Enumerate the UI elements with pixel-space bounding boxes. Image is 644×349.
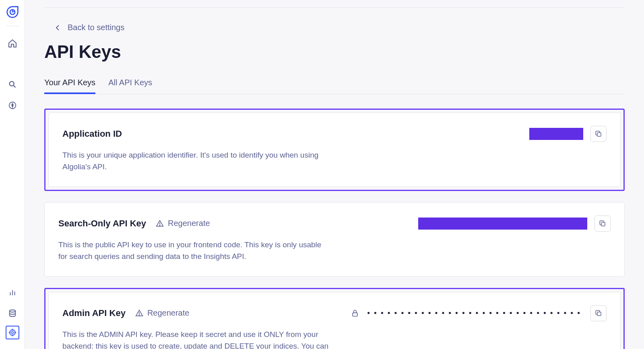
regenerate-search-key[interactable]: Regenerate <box>156 219 210 228</box>
search-key-title: Search-Only API Key <box>58 218 146 229</box>
lock-icon <box>351 309 359 317</box>
tabs: Your API Keys All API Keys <box>44 74 625 94</box>
svg-rect-16 <box>597 312 601 316</box>
svg-point-7 <box>9 310 15 312</box>
card-application-id-highlight: Application ID This is <box>44 109 625 191</box>
card-search-key: Search-Only API Key Regenerate <box>44 202 625 277</box>
sidebar-divider <box>6 26 19 26</box>
copy-search-key-button[interactable] <box>594 216 611 232</box>
admin-key-masked: •••••••••••••••••••••••••••••••• <box>366 309 583 317</box>
regen-label: Regenerate <box>147 308 190 318</box>
svg-rect-15 <box>353 313 357 316</box>
regen-label: Regenerate <box>168 219 210 228</box>
app-id-desc: This is your unique application identifi… <box>62 149 336 173</box>
svg-rect-12 <box>601 222 605 226</box>
svg-point-11 <box>159 225 160 225</box>
warning-icon <box>156 220 164 228</box>
card-application-id: Application ID This is <box>48 113 621 187</box>
sidebar-settings[interactable] <box>6 326 19 339</box>
regenerate-admin-key[interactable]: Regenerate <box>135 308 190 318</box>
card-admin-key-highlight: Admin API Key Regenerate <box>44 288 625 349</box>
sidebar <box>0 0 25 349</box>
app-id-value-redacted <box>529 128 583 140</box>
reveal-admin-key-button[interactable] <box>351 309 359 317</box>
sidebar-home[interactable] <box>4 35 21 52</box>
svg-point-14 <box>139 314 139 315</box>
page-title: API Keys <box>44 42 625 62</box>
back-label: Back to settings <box>68 23 124 32</box>
search-key-value-redacted <box>418 218 587 230</box>
copy-icon <box>599 220 606 227</box>
tab-all-api-keys[interactable]: All API Keys <box>108 74 152 94</box>
copy-icon <box>595 130 602 138</box>
copy-app-id-button[interactable] <box>590 126 607 142</box>
copy-icon <box>595 310 602 317</box>
svg-line-2 <box>13 86 15 88</box>
admin-key-desc: This is the ADMIN API key. Please keep i… <box>62 328 336 349</box>
app-id-title: Application ID <box>62 129 122 139</box>
svg-point-8 <box>11 332 13 334</box>
svg-point-1 <box>9 82 14 86</box>
admin-key-title: Admin API Key <box>62 308 126 318</box>
card-search-key-wrap: Search-Only API Key Regenerate <box>44 202 625 277</box>
back-to-settings-link[interactable]: Back to settings <box>56 23 124 32</box>
top-divider <box>44 7 625 8</box>
sidebar-search[interactable] <box>4 76 21 93</box>
main-content: Back to settings API Keys Your API Keys … <box>25 0 644 349</box>
tab-your-api-keys[interactable]: Your API Keys <box>44 74 95 94</box>
app-logo <box>6 6 19 20</box>
card-admin-key: Admin API Key Regenerate <box>48 292 621 349</box>
sidebar-analytics[interactable] <box>4 284 21 301</box>
sidebar-data[interactable] <box>4 305 21 322</box>
sidebar-recommend[interactable] <box>4 97 21 114</box>
chevron-left-icon <box>56 25 60 31</box>
copy-admin-key-button[interactable] <box>590 305 607 321</box>
warning-icon <box>135 309 143 317</box>
search-key-desc: This is the public API key to use in you… <box>58 239 332 263</box>
svg-rect-9 <box>597 133 601 136</box>
